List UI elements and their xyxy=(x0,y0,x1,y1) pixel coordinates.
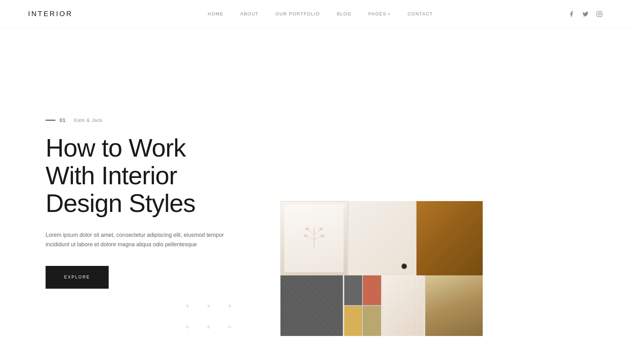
plus-decoration: + xyxy=(221,297,238,315)
color-chip-1 xyxy=(344,275,362,305)
svg-line-6 xyxy=(306,236,314,240)
social-links xyxy=(568,11,603,18)
article-author: Kate & Jack xyxy=(74,117,102,123)
swatches-bottom-row xyxy=(280,275,483,336)
main-nav: HOME ABOUT OUR PORTFOLIO BLOG PAGES CONT… xyxy=(208,11,433,16)
site-logo[interactable]: INTERIOR xyxy=(28,10,73,18)
svg-point-1 xyxy=(598,13,601,15)
instagram-icon[interactable] xyxy=(596,11,603,18)
color-chip-4 xyxy=(363,306,381,336)
article-number-text: 01 xyxy=(60,117,66,123)
svg-point-10 xyxy=(304,234,308,237)
swatch-top-left xyxy=(280,201,347,275)
plus-decoration: + xyxy=(200,297,217,315)
article-number: 01 xyxy=(46,117,66,123)
svg-line-5 xyxy=(314,229,321,235)
swatch-bottom-right xyxy=(425,275,483,336)
svg-rect-0 xyxy=(597,11,602,16)
twitter-icon[interactable] xyxy=(582,11,589,18)
color-chip-3 xyxy=(344,306,362,336)
nav-item-blog[interactable]: BLOG xyxy=(337,11,352,16)
svg-point-9 xyxy=(319,227,323,230)
plus-decoration xyxy=(200,276,217,294)
svg-point-11 xyxy=(320,234,325,237)
hero-left-panel: 01 Kate & Jack How to Work With Interior… xyxy=(0,28,259,364)
plus-decoration xyxy=(179,276,196,294)
explore-button[interactable]: EXPLORE xyxy=(46,266,109,289)
nav-item-home[interactable]: HOME xyxy=(208,11,224,16)
hero-image xyxy=(280,201,483,336)
plus-decoration: + xyxy=(200,318,217,336)
plus-decoration: + xyxy=(221,318,238,336)
nav-item-contact[interactable]: CONTACT xyxy=(408,11,433,16)
svg-point-8 xyxy=(305,227,309,230)
main-content: 01 Kate & Jack How to Work With Interior… xyxy=(0,28,631,364)
facebook-icon[interactable] xyxy=(568,11,575,18)
swatch-bottom-left xyxy=(280,275,343,336)
swatch-bottom-middle xyxy=(382,275,424,336)
svg-line-7 xyxy=(314,236,322,240)
hero-image-container xyxy=(280,201,483,336)
svg-line-4 xyxy=(307,229,314,235)
color-chips xyxy=(344,275,381,336)
color-chip-2 xyxy=(363,275,381,305)
swatch-top-right xyxy=(416,201,483,275)
number-line-decoration xyxy=(46,120,55,121)
plus-decoration: + xyxy=(179,318,196,336)
swatches-layout xyxy=(280,201,483,336)
nav-item-about[interactable]: ABOUT xyxy=(240,11,259,16)
swatch-top-middle xyxy=(349,201,415,275)
hero-title: How to Work With Interior Design Styles xyxy=(46,134,231,218)
hero-right-panel xyxy=(259,28,631,364)
nav-item-pages[interactable]: PAGES xyxy=(368,11,391,16)
nav-item-portfolio[interactable]: OUR PORTFOLIO xyxy=(276,11,320,16)
swatches-top-row xyxy=(280,201,483,275)
hero-description: Lorem ipsum dolor sit amet, consectetur … xyxy=(46,230,228,249)
svg-point-2 xyxy=(601,12,601,13)
decorative-plus-grid: + + + + + + xyxy=(179,276,238,336)
plus-decoration: + xyxy=(179,297,196,315)
article-meta: 01 Kate & Jack xyxy=(46,117,231,123)
plus-decoration xyxy=(221,276,238,294)
